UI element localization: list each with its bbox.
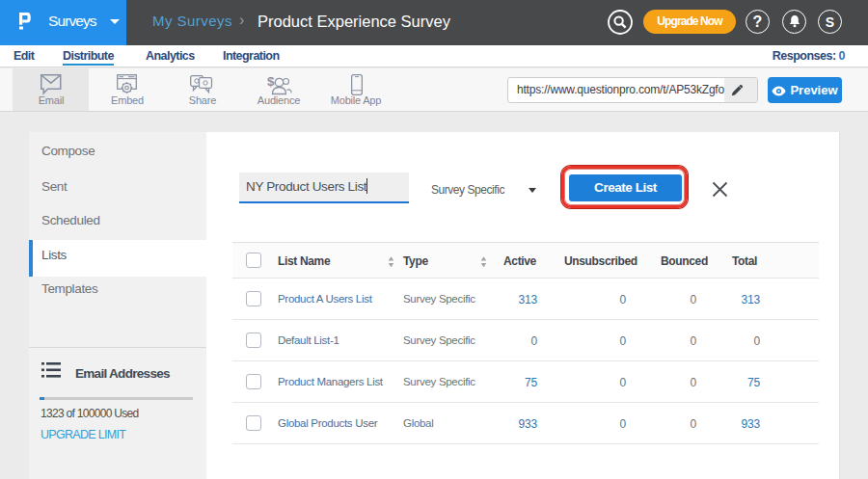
svg-text:$: $ [267,74,275,89]
